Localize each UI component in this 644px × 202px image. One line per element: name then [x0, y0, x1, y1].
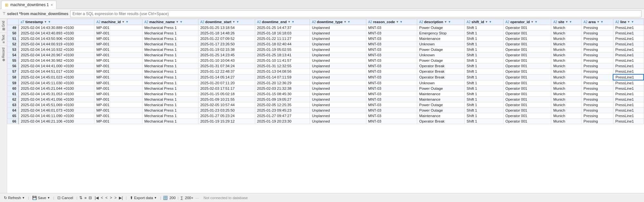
cell-area: Pressing	[582, 41, 613, 47]
table-body: 492025-02-04 14:43:30.889 +0100MP-001Mec…	[7, 25, 644, 124]
cell-operator_id: Operator 001	[503, 80, 551, 86]
row-number-cell: 56	[7, 63, 19, 69]
cell-machine_id: MP-001	[94, 80, 142, 86]
table-row[interactable]: 572025-02-04 14:44:51.017 +0100MP-001Mec…	[7, 69, 644, 75]
row-number-cell: 49	[7, 25, 19, 31]
nav-last-button[interactable]: ▶|	[118, 195, 124, 200]
cell-area: Pressing	[582, 63, 613, 69]
save-button[interactable]: 💾 Save ▼	[31, 195, 51, 200]
col-timestamp[interactable]: aT timestamp ▼ ▼	[19, 19, 94, 25]
col-downtime_start[interactable]: A2 downtime_start ▼ ▼	[198, 19, 255, 25]
table-row[interactable]: 492025-02-04 14:43:30.889 +0100MP-001Mec…	[7, 25, 644, 31]
cell-line: PressLine1	[613, 86, 644, 91]
col-machine_id[interactable]: A2 machine_id ▼ ▼	[94, 19, 142, 25]
table-row[interactable]: 582025-02-04 14:45:01.023 +0100MP-001Mec…	[7, 74, 644, 80]
filter-icon-timestamp[interactable]: ▼	[48, 20, 51, 23]
cell-machine_name: Mechanical Press 1	[142, 113, 198, 119]
nav-next-button[interactable]: >	[109, 195, 113, 200]
cancel-button[interactable]: ⊡ Cancel	[56, 195, 74, 200]
cell-description: Maintenance	[417, 91, 465, 97]
col-reason_code[interactable]: A2 reason_code ▼ ▼	[366, 19, 417, 25]
col-site[interactable]: A2 site ▼ ▼	[551, 19, 582, 25]
cell-machine_name: Mechanical Press 1	[142, 108, 198, 113]
cell-machine_name: Mechanical Press 1	[142, 91, 198, 97]
side-label-text[interactable]: ≡ Text	[0, 32, 7, 45]
table-row[interactable]: 592025-02-04 14:45:11.030 +0100MP-001Mec…	[7, 80, 644, 86]
cell-machine_name: Mechanical Press 1	[142, 63, 198, 69]
table-row[interactable]: 652025-02-04 14:46:11.090 +0100MP-001Mec…	[7, 113, 644, 119]
cell-downtime_start: 2025-01-22 07:09:52	[198, 36, 255, 41]
col-area[interactable]: A2 area ▼ ▼	[582, 19, 613, 25]
nav-first-button[interactable]: |◀	[94, 195, 100, 200]
table-row[interactable]: 552025-02-04 14:44:30.982 +0100MP-001Mec…	[7, 58, 644, 63]
table-row[interactable]: 512025-02-04 14:43:50.906 +0100MP-001Mec…	[7, 36, 644, 41]
cell-machine_id: MP-001	[94, 36, 142, 41]
cell-shift_id: Shift 1	[465, 80, 503, 86]
cell-downtime_start: 2025-01-25 13:18:54	[198, 25, 255, 31]
table-row[interactable]: 522025-02-04 14:44:00.919 +0100MP-001Mec…	[7, 41, 644, 47]
cell-downtime_type: Unplanned	[310, 36, 366, 41]
cell-shift_id: Shift 1	[465, 119, 503, 124]
cell-line: PressLine1	[613, 58, 644, 63]
table-row[interactable]: 542025-02-04 14:44:20.967 +0100MP-001Mec…	[7, 52, 644, 58]
table-row[interactable]: 562025-02-04 14:44:41.000 +0100MP-001Mec…	[7, 63, 644, 69]
sort-icon-timestamp[interactable]: ▼	[44, 20, 47, 23]
nav-next-far-button[interactable]: >	[113, 195, 118, 200]
export-button[interactable]: ⬆ Export data ▼	[129, 195, 158, 200]
cell-operator_id: Operator 001	[503, 86, 551, 91]
cell-machine_id: MP-001	[94, 74, 142, 80]
cell-line: PressLine1	[613, 47, 644, 52]
side-label-record[interactable]: ⊕ Record	[0, 45, 7, 63]
cell-downtime_end: 2025-02-03 21:32:38	[255, 86, 310, 91]
cell-machine_id: MP-001	[94, 63, 142, 69]
side-label-grid[interactable]: ⊞ Grid	[0, 19, 7, 32]
table-row[interactable]: 632025-02-04 14:45:51.069 +0100MP-001Mec…	[7, 102, 644, 108]
cell-downtime_start: 2025-01-12 22:48:37	[198, 69, 255, 75]
cell-reason_code: MNT-03	[366, 69, 417, 75]
table-row[interactable]: 612025-02-04 14:45:31.053 +0100MP-001Mec…	[7, 91, 644, 97]
cell-reason_code: MNT-03	[366, 41, 417, 47]
cell-downtime_start: 2025-01-18 14:48:26	[198, 31, 255, 36]
col-line[interactable]: A2 line ▼ ▼	[613, 19, 644, 25]
cell-description: Power Outage	[417, 47, 465, 52]
nav-prev-button[interactable]: <	[104, 195, 109, 200]
cell-machine_name: Mechanical Press 1	[142, 69, 198, 75]
cell-area: Pressing	[582, 113, 613, 119]
cell-site: Munich	[551, 25, 582, 31]
table-row[interactable]: 642025-02-04 14:46:01.073 +0100MP-001Mec…	[7, 108, 644, 113]
nav-prev-far-button[interactable]: <	[100, 195, 104, 200]
tab-close-button[interactable]: ×	[51, 3, 53, 7]
cell-site: Munich	[551, 119, 582, 124]
side-labels: ⊞ Grid ≡ Text ⊕ Record	[0, 19, 7, 193]
main-tab[interactable]: ⊞ machine_downtimes 1 ×	[1, 1, 56, 9]
table-row[interactable]: 602025-02-04 14:45:21.044 +0100MP-001Mec…	[7, 86, 644, 91]
cell-downtime_type: Unplanned	[310, 97, 366, 102]
cell-timestamp: 2025-02-04 14:45:01.023 +0100	[19, 74, 94, 80]
table-row[interactable]: 662025-02-04 14:46:21.106 +0100MP-001Mec…	[7, 119, 644, 124]
col-downtime_type[interactable]: A2 downtime_type ▼ ▼	[310, 19, 366, 25]
col-downtime_end[interactable]: A2 downtime_end ▼ ▼	[255, 19, 310, 25]
table-row[interactable]: 532025-02-04 14:44:10.932 +0100MP-001Mec…	[7, 47, 644, 52]
cell-area: Pressing	[582, 47, 613, 52]
cell-operator_id: Operator 001	[503, 69, 551, 75]
cell-reason_code: MNT-03	[366, 86, 417, 91]
col-shift_id[interactable]: A2 shift_id ▼ ▼	[465, 19, 503, 25]
sort-icon-status: ⇅	[79, 196, 82, 200]
refresh-button[interactable]: ↻ Refresh ▼	[3, 195, 26, 200]
cell-operator_id: Operator 001	[503, 47, 551, 52]
table-row[interactable]: 502025-02-04 14:43:40.893 +0100MP-001Mec…	[7, 31, 644, 36]
table-container[interactable]: aT timestamp ▼ ▼ A2 machine_id ▼	[7, 19, 644, 193]
table-row[interactable]: 622025-02-04 14:45:41.056 +0100MP-001Mec…	[7, 97, 644, 102]
cell-line: PressLine1	[613, 113, 644, 119]
filter-input[interactable]	[70, 10, 641, 17]
cell-reason_code: MNT-03	[366, 25, 417, 31]
cell-site: Munich	[551, 36, 582, 41]
cell-reason_code: MNT-03	[366, 113, 417, 119]
col-operator_id[interactable]: A2 operator_id ▼ ▼	[503, 19, 551, 25]
cell-timestamp: 2025-02-04 14:45:41.056 +0100	[19, 97, 94, 102]
col-machine_name[interactable]: A2 machine_name ▼ ▼	[142, 19, 198, 25]
col-description[interactable]: A2 description ▼ ▼	[417, 19, 465, 25]
cell-shift_id: Shift 1	[465, 36, 503, 41]
cell-downtime_type: Unplanned	[310, 41, 366, 47]
cell-reason_code: MNT-03	[366, 47, 417, 52]
